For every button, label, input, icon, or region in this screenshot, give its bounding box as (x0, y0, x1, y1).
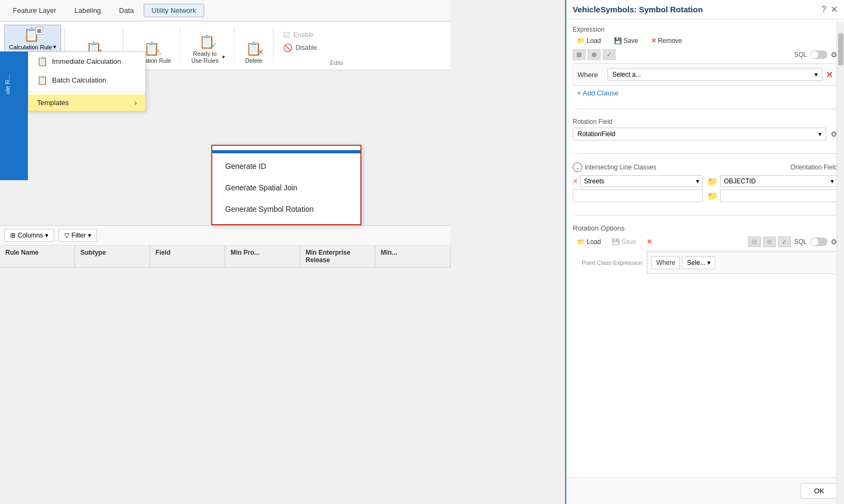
tab-labeling[interactable]: Labeling (66, 3, 109, 18)
filter-arrow: ▾ (88, 232, 91, 239)
section-divider-2 (573, 153, 838, 154)
rotation-field-arrow: ▾ (818, 130, 821, 138)
generate-id-label: Generate ID (225, 162, 266, 171)
where-select-dropdown[interactable]: Select a... ▾ (608, 68, 823, 81)
expr-plus-btn-2[interactable]: ⊕ (763, 236, 776, 247)
edits-label: Edits (330, 60, 343, 66)
rotation-options-section: Rotation Options 📁 Load 💾 Save ✕ (573, 224, 838, 274)
separator-5 (273, 28, 273, 63)
delete-button[interactable]: 📋 ✕ Delete (238, 25, 270, 66)
table-toolbar: ⊞ Columns ▾ ▽ Filter ▾ (0, 226, 450, 246)
sql-label: SQL (794, 51, 807, 58)
sele-dropdown[interactable]: Sele... ▾ (682, 256, 715, 269)
save-button[interactable]: 💾 Save (610, 35, 642, 46)
sub-menu-header-bar (212, 150, 360, 153)
columns-button[interactable]: ⊞ Columns ▾ (4, 229, 54, 242)
calculation-dropdown: 📋 Immediate Calculation 📋 Batch Calculat… (28, 51, 146, 112)
immediate-calc-label: Immediate Calculation (52, 57, 121, 65)
where-x-button[interactable]: ✕ (826, 70, 833, 80)
expr-table-icon-btn-2[interactable]: ⊞ (748, 236, 761, 247)
columns-icon: ⊞ (10, 232, 16, 239)
sele-placeholder: Sele... (687, 259, 705, 266)
folder-icon-1[interactable]: 📁 (707, 176, 718, 187)
tab-utility-network[interactable]: Utility Network (144, 4, 204, 17)
generate-id-item[interactable]: Generate ID (212, 155, 360, 177)
disable-button[interactable]: 🚫 Disable (279, 42, 321, 54)
toggle-thumb-2 (811, 238, 818, 246)
th-min-pro: Min Pro... (225, 246, 300, 267)
bottom-where-row: Where Sele... ▾ (647, 251, 838, 274)
objectid-value: OBJECTID (724, 177, 756, 185)
scrollbar-thumb[interactable] (838, 33, 843, 65)
ready-to-use-label: Ready to Use Rules (189, 50, 221, 64)
templates-arrow: › (135, 99, 137, 107)
load-button-2[interactable]: 📁 Load (573, 236, 605, 247)
empty-select[interactable] (573, 189, 703, 202)
ribbon-tab-bar: Feature Layer Labeling Data Utility Netw… (0, 0, 450, 21)
table-area: ⊞ Columns ▾ ▽ Filter ▾ Rule Name Subtype… (0, 225, 450, 268)
ready-to-use-rules-button[interactable]: 📋 ✓ Ready to Use Rules ▾ (183, 25, 231, 66)
section-divider-1 (573, 109, 838, 109)
sql-toggle-group: SQL ⚙ (794, 50, 838, 59)
templates-item[interactable]: Templates › (28, 94, 145, 111)
objectid-select[interactable]: OBJECTID ▾ (720, 175, 838, 187)
dropdown-divider (28, 92, 145, 92)
immediate-calculation-item[interactable]: 📋 Immediate Calculation (28, 52, 145, 71)
intersecting-header: ⌄ Intersecting Line Classes Orientation … (573, 162, 838, 172)
immediate-calc-icon: 📋 (37, 56, 48, 66)
edits-group-label: Edits (330, 58, 343, 66)
empty-field-select[interactable] (720, 189, 838, 202)
ready-to-use-arrow: ▾ (222, 54, 225, 61)
add-clause-button[interactable]: + Add Clause (573, 86, 838, 100)
save-button-2[interactable]: 💾 Save (608, 236, 640, 247)
expr-plus-btn[interactable]: ⊕ (588, 49, 601, 60)
ok-button[interactable]: OK (801, 483, 838, 499)
empty-field-row: 📁 (707, 189, 838, 202)
th-min: Min... (375, 246, 450, 267)
rotation-field-select[interactable]: RotationField ▾ (573, 128, 826, 140)
expr-table-icon-btn[interactable]: ⊞ (573, 49, 586, 60)
remove-button[interactable]: ✕ Remove (647, 35, 686, 46)
streets-select[interactable]: Streets ▾ (580, 175, 703, 187)
folder-icon-2[interactable]: 📁 (707, 191, 718, 201)
generate-spatial-join-item[interactable]: Generate Spatial Join (212, 177, 360, 198)
rotation-options-toolbar: 📁 Load 💾 Save ✕ (573, 236, 656, 247)
panel-close-button[interactable]: ✕ (831, 4, 838, 14)
intersecting-col-left: ✕ Streets ▾ (573, 175, 703, 202)
th-field: Field (150, 246, 225, 267)
load-label-2: Load (587, 238, 601, 246)
expr-check-btn[interactable]: ✓ (603, 49, 616, 60)
save-disk-icon: 💾 (614, 37, 622, 45)
tab-data[interactable]: Data (110, 3, 142, 18)
batch-calculation-item[interactable]: 📋 Batch Calculation (28, 71, 145, 90)
enable-button[interactable]: ☑ Enable (279, 29, 321, 41)
delete-label: Delete (245, 57, 262, 64)
orientation-field-label: Orientation Field (790, 164, 838, 171)
calc-rule-label: Calculation Rule (9, 44, 52, 50)
load-folder-icon-2: 📁 (577, 238, 585, 246)
sql-toggle[interactable] (810, 50, 827, 59)
sql-label-2: SQL (794, 238, 807, 246)
tab-feature-layer[interactable]: Feature Layer (4, 3, 65, 18)
where-label-2: Where (651, 256, 680, 269)
panel-body: Expression 📁 Load 💾 Save ✕ Remove ⊞ (566, 19, 844, 477)
panel-scrollbar[interactable] (836, 21, 844, 504)
save-disk-icon-2: 💾 (612, 238, 620, 246)
filter-icon: ▽ (64, 232, 69, 239)
panel-help-button[interactable]: ? (821, 4, 826, 14)
separator-3 (180, 28, 180, 63)
streets-x-button[interactable]: ✕ (573, 177, 578, 185)
expr-check-btn-2[interactable]: ✓ (778, 236, 791, 247)
generate-symbol-rotation-item[interactable]: Generate Symbol Rotation (212, 198, 360, 220)
panel-title: VehicleSymbols: Symbol Rotation (573, 5, 703, 14)
rotation-field-section: Rotation Field RotationField ▾ ⚙ (573, 118, 838, 145)
point-class-row: Point Class Expression Where Sele... ▾ (573, 251, 838, 274)
th-subtype: Subtype (75, 246, 150, 267)
load-label: Load (587, 37, 601, 45)
filter-button[interactable]: ▽ Filter ▾ (58, 229, 97, 242)
streets-arrow: ▾ (696, 177, 699, 185)
remove-button-2[interactable]: ✕ (642, 236, 656, 247)
sql-toggle-2[interactable] (810, 238, 827, 246)
load-button[interactable]: 📁 Load (573, 35, 605, 46)
th-min-enterprise: Min Enterprise Release (300, 246, 375, 267)
